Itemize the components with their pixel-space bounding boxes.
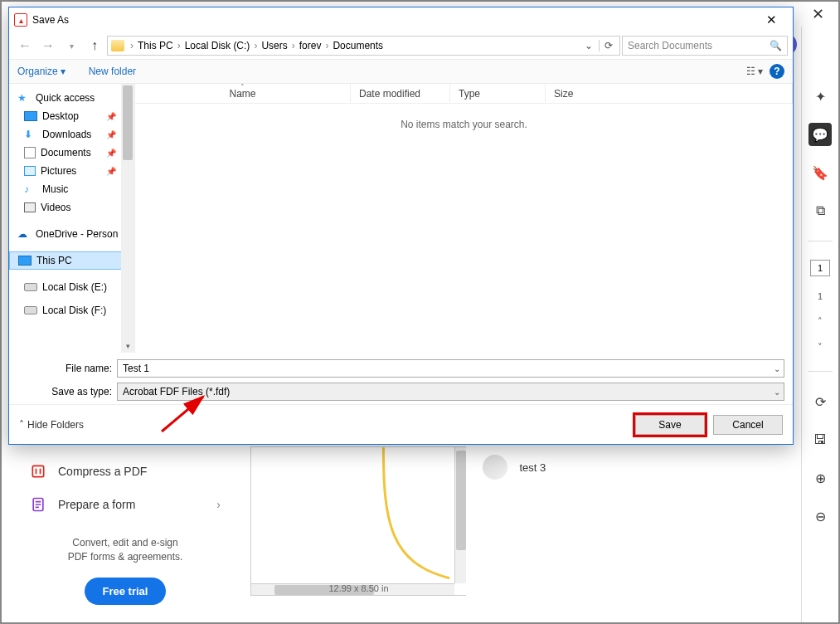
dialog-footer: ˄ Hide Folders Save Cancel xyxy=(9,404,793,444)
recent-dropdown[interactable]: ▾ xyxy=(61,35,82,56)
empty-message: No items match your search. xyxy=(135,104,793,353)
curve-graphic xyxy=(251,447,466,580)
chevron-right-icon[interactable]: › xyxy=(129,40,135,51)
col-size[interactable]: Size xyxy=(546,84,793,103)
nav-drive-e[interactable]: Local Disk (E:) xyxy=(9,278,134,296)
folder-icon xyxy=(111,40,124,51)
organize-menu[interactable]: Organize ▾ xyxy=(17,66,66,77)
scrollbar-vertical[interactable] xyxy=(454,447,466,583)
copy-icon[interactable]: ⧉ xyxy=(808,199,832,222)
nav-row: ← → ▾ ↑ › This PC› Local Disk (C:)› User… xyxy=(9,32,793,59)
nav-scrollbar[interactable]: ▴ ▾ xyxy=(121,84,134,353)
crumb[interactable]: Documents xyxy=(333,40,383,51)
col-date[interactable]: Date modified xyxy=(351,84,450,103)
close-button[interactable]: ✕ xyxy=(755,8,788,32)
file-list: ˄Name Date modified Type Size No items m… xyxy=(135,84,793,353)
filename-input[interactable]: Test 1 ⌄ xyxy=(117,359,784,378)
videos-icon xyxy=(24,202,36,212)
crumb[interactable]: This PC xyxy=(138,40,173,51)
nav-quick-access[interactable]: ★Quick access xyxy=(9,89,134,107)
zoom-out-icon[interactable]: ⊖ xyxy=(808,505,832,528)
page-up-icon[interactable]: ˄ xyxy=(818,316,823,327)
savetype-label: Save as type: xyxy=(17,386,117,397)
help-icon[interactable]: ? xyxy=(770,64,784,79)
chevron-down-icon[interactable]: ⌄ xyxy=(774,388,780,397)
filename-value: Test 1 xyxy=(123,363,149,374)
pin-icon: 📌 xyxy=(106,112,116,121)
page-dimensions: 12.99 x 8.50 in xyxy=(251,583,466,593)
hide-folders-toggle[interactable]: ˄ Hide Folders xyxy=(19,419,84,431)
pdf-icon: ▴ xyxy=(14,13,27,27)
explorer-toolbar: Organize ▾ New folder ☷ ▾ ? xyxy=(9,59,793,84)
cancel-button[interactable]: Cancel xyxy=(713,415,783,435)
chevron-right-icon[interactable]: › xyxy=(252,40,259,51)
nav-pictures[interactable]: Pictures📌 xyxy=(9,162,134,180)
chevron-right-icon[interactable]: › xyxy=(290,40,297,51)
rotate-icon[interactable]: ⟳ xyxy=(808,390,832,413)
comment-icon[interactable]: 💬 xyxy=(808,123,832,146)
nav-documents[interactable]: Documents📌 xyxy=(9,144,134,162)
compress-icon xyxy=(30,463,46,480)
nav-this-pc[interactable]: This PC xyxy=(9,251,134,270)
address-bar[interactable]: › This PC› Local Disk (C:)› Users› forev… xyxy=(107,36,620,56)
form-icon xyxy=(30,496,46,513)
nav-desktop[interactable]: Desktop📌 xyxy=(9,107,134,125)
comment-text[interactable]: test 3 xyxy=(519,461,546,474)
dialog-title: Save As xyxy=(32,14,69,26)
onedrive-icon: ☁ xyxy=(17,228,31,240)
nav-onedrive[interactable]: ☁OneDrive - Person xyxy=(9,225,134,243)
chevron-up-icon: ˄ xyxy=(19,419,24,431)
pc-icon xyxy=(18,256,32,266)
crumb[interactable]: Users xyxy=(261,40,287,51)
save-button[interactable]: Save xyxy=(635,415,705,435)
star-icon: ★ xyxy=(17,92,31,104)
nav-downloads[interactable]: ⬇Downloads📌 xyxy=(9,125,134,144)
scroll-thumb[interactable] xyxy=(123,85,133,160)
tool-prepare-form[interactable]: Prepare a form › xyxy=(25,488,226,521)
documents-icon xyxy=(24,147,36,158)
chevron-right-icon[interactable]: › xyxy=(323,40,330,51)
tools-panel: Compress a PDF Prepare a form › Convert,… xyxy=(10,446,240,613)
address-dropdown[interactable]: ⌄ xyxy=(585,40,593,51)
tool-label: Prepare a form xyxy=(58,498,135,511)
savetype-value: Acrobat FDF Files (*.fdf) xyxy=(123,386,230,397)
sort-asc-icon: ˄ xyxy=(240,83,245,91)
scroll-down-icon[interactable]: ▾ xyxy=(121,339,134,353)
view-menu[interactable]: ☷ ▾ xyxy=(746,66,763,77)
save-local-icon[interactable]: 🖫 xyxy=(808,428,832,451)
sparkle-icon[interactable]: ✦ xyxy=(808,85,832,108)
save-inputs: File name: Test 1 ⌄ Save as type: Acroba… xyxy=(9,353,793,404)
page-input[interactable]: 1 xyxy=(810,260,830,276)
bookmark-icon[interactable]: 🔖 xyxy=(808,161,832,184)
back-button[interactable]: ← xyxy=(14,35,36,56)
chevron-right-icon[interactable]: › xyxy=(176,40,182,51)
pictures-icon xyxy=(24,166,36,176)
free-trial-button[interactable]: Free trial xyxy=(85,578,167,605)
chevron-down-icon: ▾ xyxy=(61,66,66,77)
nav-videos[interactable]: Videos xyxy=(9,198,134,217)
search-input[interactable]: Search Documents 🔍 xyxy=(622,36,788,56)
pin-icon: 📌 xyxy=(106,149,116,158)
nav-music[interactable]: ♪Music xyxy=(9,180,134,198)
svg-rect-0 xyxy=(32,466,43,476)
refresh-button[interactable]: ⟳ xyxy=(599,40,616,51)
crumb[interactable]: forev xyxy=(299,40,322,51)
new-folder-button[interactable]: New folder xyxy=(89,66,136,77)
chevron-down-icon[interactable]: ⌄ xyxy=(774,364,780,373)
chevron-right-icon: › xyxy=(216,498,221,511)
zoom-in-icon[interactable]: ⊕ xyxy=(808,466,832,490)
separator xyxy=(808,371,833,372)
document-preview: 12.99 x 8.50 in xyxy=(250,446,466,596)
crumb[interactable]: Local Disk (C:) xyxy=(185,40,250,51)
search-icon: 🔍 xyxy=(770,40,782,51)
nav-pane: ★Quick access Desktop📌 ⬇Downloads📌 Docum… xyxy=(9,84,135,353)
close-icon[interactable]: ✕ xyxy=(812,5,824,23)
up-button[interactable]: ↑ xyxy=(84,35,105,56)
col-name[interactable]: ˄Name xyxy=(135,84,351,103)
savetype-select[interactable]: Acrobat FDF Files (*.fdf) ⌄ xyxy=(117,383,784,401)
col-type[interactable]: Type xyxy=(450,84,546,103)
tool-compress[interactable]: Compress a PDF xyxy=(25,455,226,488)
nav-drive-f[interactable]: Local Disk (F:) xyxy=(9,301,134,319)
page-down-icon[interactable]: ˅ xyxy=(818,342,823,353)
explorer-body: ★Quick access Desktop📌 ⬇Downloads📌 Docum… xyxy=(9,84,793,353)
